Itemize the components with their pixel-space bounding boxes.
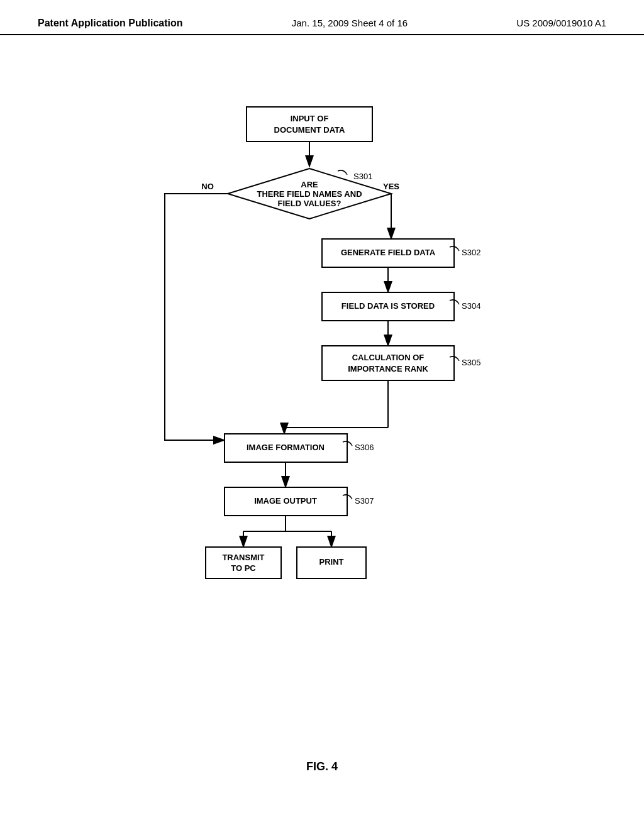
s301-text2: THERE FIELD NAMES AND — [257, 189, 362, 199]
input-doc-data-box — [247, 107, 372, 141]
gen-field-data-label: GENERATE FIELD DATA — [341, 248, 436, 257]
image-output-label: IMAGE OUTPUT — [254, 496, 317, 506]
s306-label: S306 — [355, 443, 374, 452]
calc-rank-label2: IMPORTANCE RANK — [348, 364, 428, 374]
transmit-box — [206, 547, 281, 578]
figure-caption: FIG. 4 — [306, 760, 338, 773]
transmit-label2: TO PC — [231, 563, 256, 573]
date-sheet-label: Jan. 15, 2009 Sheet 4 of 16 — [292, 18, 408, 28]
s301-text3: FIELD VALUES? — [278, 199, 341, 208]
publication-label: Patent Application Publication — [38, 18, 183, 29]
s301-text1: ARE — [301, 180, 318, 189]
calc-rank-box — [322, 346, 454, 380]
input-doc-data-label: INPUT OF — [291, 114, 329, 123]
s304-label: S304 — [462, 301, 480, 311]
s301-tick — [338, 170, 347, 175]
s307-label: S307 — [355, 496, 374, 506]
transmit-label1: TRANSMIT — [222, 553, 264, 562]
print-label: PRINT — [319, 557, 344, 567]
field-stored-label: FIELD DATA IS STORED — [341, 301, 435, 311]
calc-rank-label1: CALCULATION OF — [352, 353, 425, 362]
s302-label: S302 — [462, 248, 480, 257]
image-formation-label: IMAGE FORMATION — [247, 443, 325, 452]
flowchart-container: INPUT OF DOCUMENT DATA S301 ARE THERE FI… — [102, 101, 542, 619]
yes-label: YES — [383, 182, 399, 191]
no-label: NO — [201, 182, 214, 191]
patent-number-label: US 2009/0019010 A1 — [516, 18, 606, 28]
s301-label: S301 — [353, 172, 372, 181]
s305-label: S305 — [462, 358, 480, 367]
page-header: Patent Application Publication Jan. 15, … — [0, 0, 644, 35]
input-doc-data-label2: DOCUMENT DATA — [274, 125, 346, 135]
no-path-line — [165, 194, 228, 440]
